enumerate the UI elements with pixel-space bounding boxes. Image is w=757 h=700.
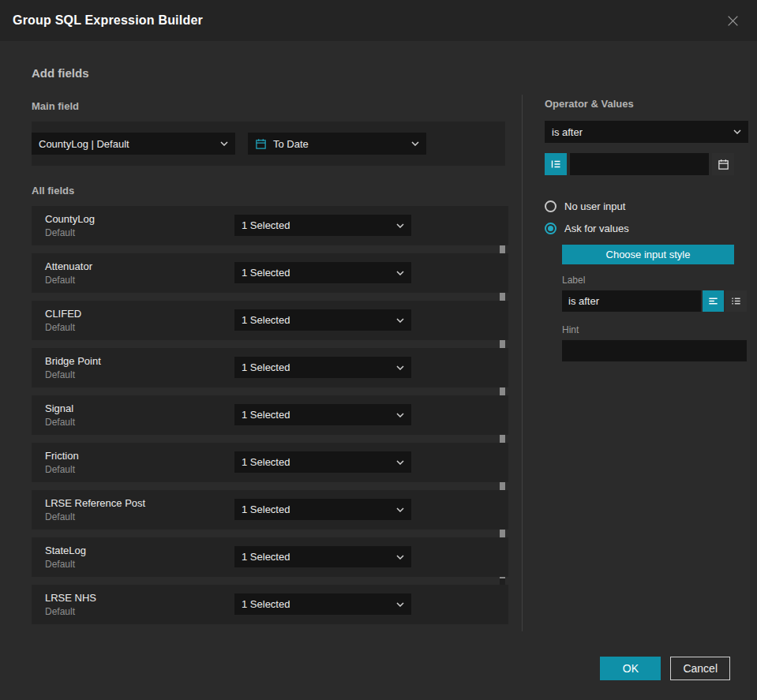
field-name: CLIFED [45,308,81,320]
no-user-input-radio[interactable]: No user input [545,200,734,212]
field-selection-dropdown[interactable]: 1 Selected [234,404,411,425]
field-row: LRSE NHS Default 1 Selected [32,585,508,624]
date-picker-button[interactable] [712,153,734,175]
field-type: Default [45,464,79,475]
field-selection-dropdown[interactable]: 1 Selected [234,593,411,615]
dropdown-value: 1 Selected [242,267,290,279]
field-selection-dropdown[interactable]: 1 Selected [234,499,411,520]
no-user-input-label: No user input [564,200,625,212]
field-type: Default [45,606,96,617]
dropdown-value: 1 Selected [242,551,290,563]
dropdown-value: 1 Selected [242,219,290,231]
field-row-text: CLIFED Default [45,308,81,333]
field-selection-dropdown[interactable]: 1 Selected [234,309,411,331]
dropdown-value: 1 Selected [242,598,290,610]
chevron-down-icon [733,129,741,134]
hint-input[interactable] [562,340,747,361]
list-values-icon [549,158,562,170]
close-button[interactable] [726,14,740,28]
field-name: LRSE Reference Post [45,497,145,509]
calendar-icon [255,138,267,150]
hint-field-label: Hint [562,324,734,335]
field-name: StateLog [45,545,86,556]
field-name: Friction [45,450,79,462]
operator-values-heading: Operator & Values [545,98,734,110]
column-divider [522,95,523,631]
chevron-down-icon [396,602,404,607]
choose-input-style-button[interactable]: Choose input style [562,245,734,264]
field-row: Attenuator Default 1 Selected [32,253,508,293]
chevron-down-icon [396,318,404,323]
ask-for-values-radio[interactable]: Ask for values [545,223,734,234]
field-row-text: LRSE Reference Post Default [45,497,145,522]
chevron-down-icon [396,271,404,275]
field-row: LRSE Reference Post Default 1 Selected [32,490,508,530]
chevron-down-icon [396,507,404,512]
field-name: Signal [45,402,75,414]
field-row-text: CountyLog Default [45,213,95,238]
add-fields-heading: Add fields [32,66,505,80]
field-name: Attenuator [45,260,92,272]
group-sql-expression-builder-dialog: Group SQL Expression Builder Add fields … [0,0,757,700]
close-icon [726,14,740,28]
dropdown-value: 1 Selected [242,503,290,515]
radio-selected-icon [545,223,557,234]
field-row-text: Signal Default [45,402,75,428]
field-selection-dropdown[interactable]: 1 Selected [234,357,411,378]
main-field-dropdown[interactable]: CountyLog | Default [32,133,235,155]
date-value-input[interactable] [570,153,709,175]
operator-dropdown[interactable]: is after [545,121,748,143]
field-row: StateLog Default 1 Selected [32,537,508,577]
calendar-icon [718,159,729,170]
field-type: Default [45,275,92,286]
date-value-row [545,153,734,175]
dialog-header: Group SQL Expression Builder [0,0,757,41]
field-selection-dropdown[interactable]: 1 Selected [234,262,411,283]
field-type: Default [45,227,95,238]
chevron-down-icon [411,141,419,146]
text-input-style-button[interactable] [703,290,724,312]
operator-dropdown-value: is after [552,126,583,138]
label-input[interactable] [562,290,701,312]
add-fields-section: Add fields Main field CountyLog | Defaul… [32,66,505,632]
list-input-style-button[interactable] [725,290,747,312]
field-row-text: Bridge Point Default [45,355,101,380]
field-row: CLIFED Default 1 Selected [32,301,508,340]
chevron-down-icon [396,460,404,465]
all-fields-list: CountyLog Default 1 Selected Attenuator … [32,206,505,624]
dialog-title: Group SQL Expression Builder [13,13,203,28]
main-field-panel: CountyLog | Default To Date [32,122,505,166]
list-input-style-icon [730,295,742,307]
value-source-toggle-button[interactable] [545,153,567,175]
field-type: Default [45,511,145,522]
label-field-label: Label [562,275,734,286]
field-row-text: LRSE NHS Default [45,592,96,617]
main-date-dropdown[interactable]: To Date [248,133,426,155]
field-row-text: StateLog Default [45,545,86,570]
field-type: Default [45,417,75,428]
field-name: Bridge Point [45,355,101,367]
main-field-label: Main field [32,100,505,112]
ok-button[interactable]: OK [600,657,661,680]
field-type: Default [45,559,86,570]
field-name: LRSE NHS [45,592,96,604]
chevron-down-icon [396,413,404,417]
chevron-down-icon [396,365,404,370]
ask-for-values-options: Choose input style Label Hint [562,245,734,361]
field-selection-dropdown[interactable]: 1 Selected [234,546,411,567]
chevron-down-icon [396,223,404,228]
field-type: Default [45,322,81,333]
field-name: CountyLog [45,213,95,225]
field-selection-dropdown[interactable]: 1 Selected [234,451,411,473]
radio-icon [545,200,557,212]
label-input-row [562,290,734,312]
field-row: Signal Default 1 Selected [32,395,508,435]
field-selection-dropdown[interactable]: 1 Selected [234,215,411,236]
cancel-button[interactable]: Cancel [670,657,730,680]
field-row: CountyLog Default 1 Selected [32,206,508,245]
all-fields-label: All fields [32,185,505,197]
field-row: Friction Default 1 Selected [32,443,508,482]
operator-values-section: Operator & Values is after No user input… [545,98,734,361]
main-field-dropdown-value: CountyLog | Default [39,138,129,150]
field-row-text: Attenuator Default [45,260,92,286]
